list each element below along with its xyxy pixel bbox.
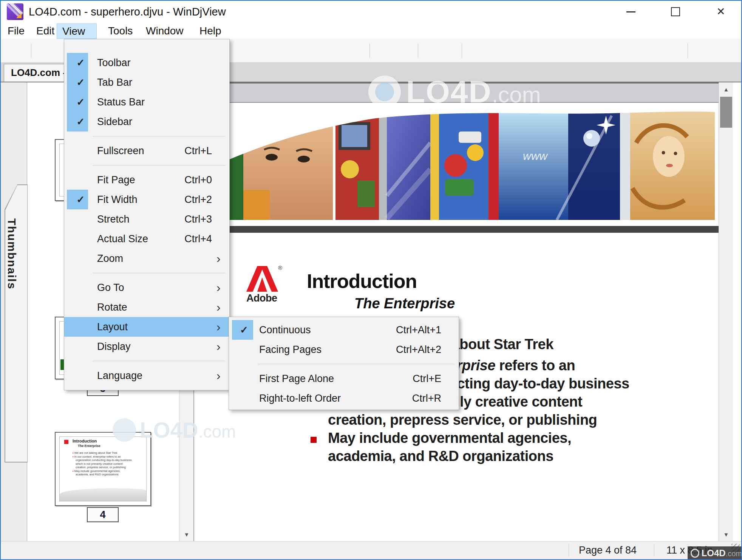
menu-view[interactable]: View [57, 23, 97, 39]
menu-item-stretch[interactable]: StretchCtrl+3 [64, 209, 229, 229]
page-separator [194, 226, 719, 233]
scrollbar-thumb[interactable] [720, 97, 732, 128]
menu-item-go-to[interactable]: Go To› [64, 278, 229, 297]
page-gap [194, 84, 719, 103]
menu-item-sidebar[interactable]: ✓Sidebar [64, 112, 229, 131]
window-title: LO4D.com - superhero.djvu - WinDjView [29, 6, 226, 18]
menu-tools[interactable]: Tools [103, 23, 138, 39]
menu-item-status-bar[interactable]: ✓Status Bar [64, 92, 229, 112]
scroll-down-icon: ▼ [184, 531, 190, 538]
thumbnail-body: ▪ We are not talking about Star Trek ▪ I… [73, 451, 131, 476]
menu-item-fit-width[interactable]: ✓Fit WidthCtrl+2 [64, 190, 229, 209]
body-line: May include governmental agencies, [328, 430, 571, 446]
menu-item-fullscreen[interactable]: FullscreenCtrl+L [64, 141, 229, 161]
maximize-button[interactable] [663, 0, 688, 23]
minimize-icon [626, 11, 635, 12]
check-icon: ✓ [64, 116, 97, 128]
menu-separator [93, 165, 226, 166]
status-bar: Page 4 of 84 11 x 8.5 in [0, 541, 742, 559]
close-button[interactable]: ✕ [709, 0, 733, 23]
menu-help[interactable]: Help [194, 23, 227, 39]
menu-item-layout[interactable]: Layout› [64, 317, 229, 337]
submenu-arrow-icon: › [216, 281, 229, 295]
view-menu: ✓Toolbar ✓Tab Bar ✓Status Bar ✓Sidebar F… [64, 39, 230, 390]
adobe-wordmark: Adobe [246, 292, 277, 304]
thumbnail-footer-wave [60, 488, 146, 501]
submenu-arrow-icon: › [216, 369, 229, 383]
close-icon: ✕ [716, 6, 725, 17]
submenu-item-first-page-alone[interactable]: First Page AloneCtrl+E [229, 369, 459, 388]
menu-window[interactable]: Window [141, 23, 189, 39]
menu-edit[interactable]: Edit [31, 23, 60, 39]
check-icon: ✓ [64, 57, 97, 69]
banner-montage-image: www [194, 109, 719, 220]
badge-logo-icon [691, 549, 699, 558]
maximize-icon [671, 7, 680, 16]
menu-bar: File Edit View Tools Window Help [0, 23, 742, 39]
page-heading: Introduction [307, 270, 417, 292]
bullet-icon [311, 437, 317, 443]
check-icon: ✓ [64, 96, 97, 108]
thumbnail-4-number: 4 [87, 507, 119, 522]
menu-separator [93, 273, 226, 273]
menu-separator [93, 361, 226, 361]
scroll-down-button[interactable]: ▼ [719, 528, 733, 541]
thumbnail-subtitle: The Enterprise [78, 444, 100, 448]
banner-www-text: www [523, 150, 548, 162]
submenu-arrow-icon: › [216, 320, 229, 334]
page-subheading: The Enterprise [354, 295, 455, 312]
thumbnail-title: Introduction [73, 439, 97, 443]
menu-item-language[interactable]: Language› [64, 366, 229, 385]
submenu-arrow-icon: › [216, 252, 229, 266]
menu-item-display[interactable]: Display› [64, 337, 229, 356]
check-icon: ✓ [229, 324, 259, 336]
document-scrollbar[interactable]: ▲ ▼ [719, 82, 733, 541]
menu-item-fit-page[interactable]: Fit PageCtrl+0 [64, 170, 229, 190]
check-icon: ✓ [64, 194, 97, 206]
submenu-arrow-icon: › [216, 340, 229, 354]
check-icon: ✓ [64, 77, 97, 88]
app-icon [7, 3, 23, 20]
registered-mark: ® [278, 265, 282, 271]
menu-item-toolbar[interactable]: ✓Toolbar [64, 53, 229, 73]
status-page-indicator: Page 4 of 84 [579, 545, 637, 556]
menu-item-rotate[interactable]: Rotate› [64, 297, 229, 317]
submenu-item-right-to-left-order[interactable]: Right-to-left OrderCtrl+R [229, 388, 459, 408]
adobe-logo [246, 266, 278, 292]
sidebar-tab-strip: Thumbnails [1, 82, 27, 541]
layout-submenu: ✓ ContinuousCtrl+Alt+1 Facing PagesCtrl+… [229, 317, 459, 410]
body-line: academia, and R&D organizations [328, 448, 553, 464]
thumbnail-page-4[interactable]: Introduction The Enterprise ▪ We are not… [55, 432, 151, 506]
document-view[interactable]: www ® Adobe Introduction The Enterprise … [194, 82, 719, 541]
body-line: creation, prepress service, or publishin… [328, 412, 597, 428]
thumbnail-adobe-logo [64, 440, 68, 444]
menu-item-actual-size[interactable]: Actual SizeCtrl+4 [64, 229, 229, 249]
submenu-arrow-icon: › [216, 300, 229, 314]
scroll-up-button[interactable]: ▲ [719, 82, 733, 96]
minimize-button[interactable] [619, 0, 643, 23]
scroll-down-button[interactable]: ▼ [179, 528, 194, 541]
menu-file[interactable]: File [2, 23, 30, 39]
scroll-down-icon: ▼ [723, 531, 729, 538]
scroll-up-icon: ▲ [723, 86, 729, 93]
app-window: LO4D.com - superhero.djvu - WinDjView ✕ … [0, 0, 742, 560]
menu-separator [93, 136, 226, 136]
thumbnail-4-slide: Introduction The Enterprise ▪ We are not… [59, 436, 147, 501]
submenu-item-continuous[interactable]: ✓ ContinuousCtrl+Alt+1 [229, 320, 459, 340]
menu-item-tab-bar[interactable]: ✓Tab Bar [64, 73, 229, 92]
menu-separator [258, 364, 455, 364]
submenu-item-facing-pages[interactable]: Facing PagesCtrl+Alt+2 [229, 340, 459, 359]
menu-item-zoom[interactable]: Zoom› [64, 249, 229, 268]
thumbnails-tab-label: Thumbnails [5, 218, 18, 289]
watermark-badge: LO4D.com [688, 546, 742, 560]
title-bar: LO4D.com - superhero.djvu - WinDjView ✕ [0, 0, 742, 23]
